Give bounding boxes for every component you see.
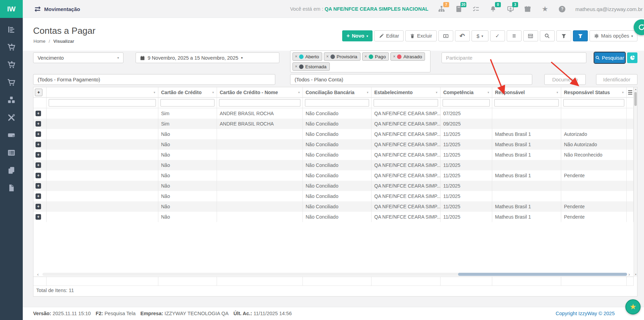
cart-plus-icon[interactable] [7, 61, 16, 69]
user-email[interactable]: matheus.qa@izzyway.com.br [575, 6, 643, 12]
column-header[interactable]: Conciliação Bancária▾ [303, 87, 371, 98]
vertical-scrollbar[interactable]: ▴ ▾ [634, 87, 637, 277]
column-header[interactable]: ▾ [47, 87, 158, 98]
sitemap-icon[interactable]: 7 [437, 5, 446, 13]
remove-tag-icon[interactable]: × [295, 54, 297, 59]
remove-tag-icon[interactable]: × [295, 64, 297, 69]
bars-button[interactable] [507, 30, 522, 41]
vscroll-thumb[interactable] [634, 92, 637, 106]
row-expand-button[interactable]: + [36, 193, 41, 199]
forma-pagamento-select[interactable]: (Todos - Forma Pagamento) [33, 74, 275, 85]
column-filter-input[interactable] [219, 99, 300, 107]
documento-input[interactable] [544, 74, 586, 85]
table-row[interactable]: +NãoNão ConciliadoQA NFE/NFCE CEARA SIMP… [33, 150, 634, 160]
table-row[interactable]: +NãoNão ConciliadoQA NFE/NFCE CEARA SIMP… [33, 160, 634, 170]
scroll-down-icon[interactable]: ▾ [634, 273, 637, 276]
hard-drive-icon[interactable] [7, 131, 16, 139]
plano-conta-select[interactable]: (Todos - Plano Conta) [290, 74, 532, 85]
column-header[interactable]: Competência▾ [440, 87, 492, 98]
filter-button[interactable] [556, 30, 571, 41]
rating-fab-button[interactable]: ★ [625, 299, 641, 314]
tasks-icon[interactable] [472, 5, 480, 13]
status-tag[interactable]: ×Aberto [293, 52, 322, 61]
bell-icon[interactable]: 0 [489, 5, 497, 13]
editar-button[interactable]: Editar [374, 30, 404, 41]
scroll-left-icon[interactable]: ‹ [33, 272, 42, 277]
novo-button[interactable]: +Novo▾ [342, 30, 373, 41]
devices-icon[interactable]: 3 [506, 5, 515, 13]
column-filter-input[interactable] [160, 99, 215, 107]
remove-tag-icon[interactable]: × [393, 54, 395, 59]
column-filter-input[interactable] [443, 99, 490, 107]
table-row[interactable]: +SimANDRE BRASIL ROCHANão ConciliadoQA N… [33, 108, 634, 119]
row-expand-button[interactable]: + [36, 173, 41, 178]
column-filter-input[interactable] [305, 99, 369, 107]
undo-button[interactable]: ↶ [455, 30, 470, 41]
column-filter-input[interactable] [563, 99, 624, 107]
column-filter-input[interactable] [49, 99, 156, 107]
breadcrumb-home[interactable]: Home [33, 39, 46, 44]
list-icon[interactable] [7, 149, 16, 157]
hscroll-thumb[interactable] [458, 273, 627, 276]
row-expand-button[interactable]: + [36, 204, 41, 209]
table-row[interactable]: +NãoNão ConciliadoQA NFE/NFCE CEARA SIMP… [33, 129, 634, 139]
cart-arrow-down-icon[interactable] [7, 43, 16, 51]
bar-chart-icon[interactable] [7, 26, 16, 34]
cart-icon[interactable] [7, 78, 16, 87]
money-button[interactable] [438, 30, 453, 41]
check-button[interactable]: ✓ [490, 30, 505, 41]
date-range-button[interactable]: 9 Novembro, 2025 a 15 Novembro, 2025▾ [136, 52, 279, 63]
column-filter-input[interactable] [374, 99, 438, 107]
chart-button[interactable] [627, 52, 637, 63]
star-icon[interactable]: ★ [541, 5, 549, 13]
table-row[interactable]: +NãoNão ConciliadoQA NFE/NFCE CEARA SIMP… [33, 181, 634, 191]
column-header[interactable]: Responsável▾ [492, 87, 561, 98]
column-header[interactable]: Estabelecimento▾ [371, 87, 440, 98]
calendar-icon[interactable] [524, 5, 532, 13]
app-logo[interactable]: IW [0, 0, 23, 18]
cubes-icon[interactable] [7, 96, 16, 104]
filter-active-button[interactable] [573, 30, 588, 41]
table-row[interactable]: +NãoNão ConciliadoQA NFE/NFCE CEARA SIMP… [33, 191, 634, 201]
table-row[interactable]: +SimANDRE BRASIL ROCHANão ConciliadoQA N… [33, 119, 634, 129]
participante-input[interactable] [442, 52, 586, 63]
status-tag[interactable]: ×Atrasado [390, 52, 425, 61]
dollar-button[interactable]: $▾ [472, 30, 488, 41]
vencimento-select[interactable]: Vencimento▾ [33, 52, 123, 63]
row-expand-button[interactable]: + [36, 121, 41, 127]
table-row[interactable]: +NãoNão ConciliadoQA NFE/NFCE CEARA SIMP… [33, 201, 634, 212]
help-icon[interactable]: ? [558, 5, 566, 13]
company-context[interactable]: QA NFE/NFCE CEARA SIMPLES NACIONAL [325, 6, 428, 12]
table-button[interactable] [523, 30, 538, 41]
copyright[interactable]: Copyright IzzyWay © 2025 [556, 311, 615, 316]
row-expand-button[interactable]: + [36, 142, 41, 147]
copy-icon[interactable] [7, 166, 16, 174]
mais-opcoes-button[interactable]: Mais opções▾ [589, 30, 637, 41]
column-menu-icon[interactable] [628, 90, 632, 94]
status-tag[interactable]: ×Pago [362, 52, 389, 61]
status-tag[interactable]: ×Provisória [324, 52, 360, 61]
remove-tag-icon[interactable]: × [326, 54, 329, 59]
row-expand-button[interactable]: + [36, 214, 41, 220]
excluir-button[interactable]: Excluir [405, 30, 437, 41]
column-header[interactable]: Cartão de Crédito▾ [158, 87, 217, 98]
search-button[interactable] [540, 30, 555, 41]
horizontal-scrollbar[interactable]: ‹ › [33, 272, 634, 277]
status-filter-box[interactable]: ×Aberto×Provisória×Pago×Atrasado×Estorna… [290, 50, 430, 72]
status-tag[interactable]: ×Estornada [293, 62, 330, 71]
column-header[interactable]: Cartão de Crédito - Nome▾ [217, 87, 303, 98]
remove-tag-icon[interactable]: × [365, 54, 367, 59]
row-expand-button[interactable]: + [36, 162, 41, 168]
column-filter-input[interactable] [494, 99, 559, 107]
pesquisar-button[interactable]: Pesquisar [594, 52, 625, 63]
row-expand-button[interactable]: + [36, 131, 41, 137]
column-header[interactable]: Responsável Status▾ [561, 87, 627, 98]
module-menu[interactable]: Movimentação [34, 0, 80, 18]
table-row[interactable]: +NãoNão ConciliadoQA NFE/NFCE CEARA SIMP… [33, 212, 634, 222]
expand-all-button[interactable]: + [35, 89, 42, 96]
tools-icon[interactable] [7, 113, 16, 122]
identificador-input[interactable] [596, 74, 637, 85]
table-row[interactable]: +NãoNão ConciliadoQA NFE/NFCE CEARA SIMP… [33, 139, 634, 150]
calculator-icon[interactable]: 20 [455, 5, 463, 13]
row-expand-button[interactable]: + [36, 183, 41, 189]
